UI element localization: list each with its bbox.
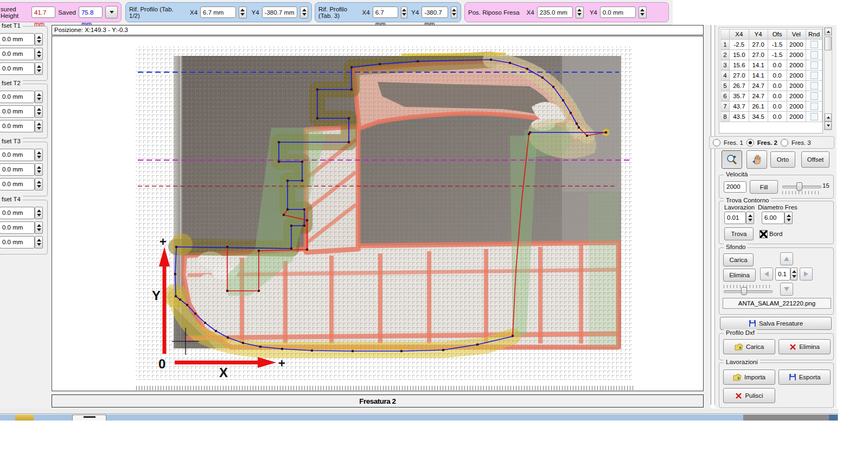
rnd-checkbox[interactable] — [810, 103, 818, 110]
cell-ofs[interactable]: 0.0 — [768, 101, 787, 112]
fres1-label[interactable]: Fres. 1 — [724, 139, 743, 146]
cell-rnd[interactable] — [806, 112, 822, 122]
cell-vel[interactable]: 2000 — [787, 71, 806, 81]
dxf-carica-button[interactable]: Carica — [723, 339, 775, 354]
rnd-checkbox[interactable] — [810, 82, 818, 90]
lavorazion-input[interactable]: 0.01 — [724, 212, 746, 224]
rif3-y4-spinner[interactable] — [451, 7, 457, 18]
fres2-label[interactable]: Fres. 2 — [757, 139, 777, 146]
velocita-input[interactable]: 2000 — [724, 181, 746, 193]
col-rnd[interactable]: Rnd — [806, 29, 822, 40]
offset-input[interactable]: 0.0 mm — [0, 91, 35, 103]
bord-checkbox[interactable] — [760, 230, 768, 238]
rnd-checkbox[interactable] — [810, 41, 818, 48]
cell-ofs[interactable]: -1.5 — [768, 50, 787, 60]
offset-button[interactable]: Offset — [801, 151, 829, 168]
row-number[interactable]: 7 — [721, 101, 730, 112]
cell-vel[interactable]: 2000 — [787, 81, 806, 91]
esporta-button[interactable]: Esporta — [778, 370, 831, 385]
cell-vel[interactable]: 2000 — [787, 40, 806, 50]
rif12-x4-spinner[interactable] — [239, 7, 247, 18]
riposo-x4-spinner[interactable] — [576, 7, 584, 18]
milling-canvas[interactable]: Y 0 X + + — [52, 36, 704, 391]
cell-ofs[interactable]: 0.0 — [768, 60, 787, 71]
sfondo-slider-thumb[interactable] — [741, 287, 747, 295]
fres3-label[interactable]: Fres. 3 — [792, 139, 811, 146]
offset-spinner[interactable] — [35, 163, 43, 176]
offset-spinner[interactable] — [35, 120, 43, 132]
rif12-y4-input[interactable]: -380.7 mm — [262, 7, 298, 18]
pulisci-button[interactable]: Pulisci — [723, 388, 775, 403]
offset-spinner[interactable] — [35, 221, 43, 234]
offset-spinner[interactable] — [35, 105, 43, 118]
cell-ofs[interactable]: 0.0 — [768, 81, 787, 91]
taskbar[interactable] — [0, 415, 838, 421]
bord-label[interactable]: Bord — [769, 231, 782, 237]
taskbar-app-icon[interactable] — [15, 415, 34, 421]
cell-x4[interactable]: 43.7 — [730, 101, 749, 112]
col-vel[interactable]: Vel — [787, 29, 806, 40]
scroll-up2-button[interactable] — [825, 113, 832, 122]
sfondo-slider[interactable] — [724, 290, 773, 293]
zoom-tool-button[interactable]: ± — [722, 150, 742, 169]
table-row[interactable]: 8 43.5 34.5 0.0 2000 — [721, 112, 822, 122]
col-ofs[interactable]: Ofs — [768, 29, 787, 40]
measured-height-value[interactable]: 41.7 mm — [31, 7, 55, 18]
rnd-checkbox[interactable] — [810, 51, 818, 59]
dxf-elimina-button[interactable]: Elimina — [778, 339, 831, 354]
rnd-checkbox[interactable] — [810, 72, 818, 79]
nudge-step-spinner[interactable] — [790, 268, 797, 281]
offset-spinner[interactable] — [35, 33, 43, 46]
riposo-x4-input[interactable]: 235.0 mm — [537, 7, 573, 18]
offset-input[interactable]: 0.0 mm — [0, 178, 35, 190]
cell-rnd[interactable] — [806, 60, 822, 71]
row-number[interactable]: 6 — [721, 91, 730, 101]
taskbar-show-desktop[interactable] — [829, 415, 838, 421]
orto-button[interactable]: Orto — [770, 151, 795, 168]
offset-input[interactable]: 0.0 mm — [0, 149, 35, 161]
offset-input[interactable]: 0.0 mm — [0, 105, 35, 118]
offset-input[interactable]: 0.0 mm — [0, 120, 35, 132]
importa-button[interactable]: Importa — [723, 370, 775, 385]
taskbar-window-button[interactable] — [72, 415, 106, 421]
cell-x4[interactable]: 43.5 — [730, 112, 749, 122]
cell-vel[interactable]: 2000 — [787, 91, 806, 101]
cell-x4[interactable]: 26.7 — [730, 81, 749, 91]
nudge-left-button[interactable] — [760, 268, 773, 281]
cell-y4[interactable]: 24.7 — [749, 81, 768, 91]
cell-ofs[interactable]: 0.0 — [768, 91, 787, 101]
rif3-x4-input[interactable]: 6.7 mm — [373, 7, 399, 18]
row-number[interactable]: 8 — [721, 112, 730, 122]
diametro-input[interactable]: 6.00 — [762, 212, 784, 224]
table-row[interactable]: 4 27.0 14.1 0.0 2000 — [721, 71, 822, 81]
cell-ofs[interactable]: 0.0 — [768, 71, 787, 81]
nudge-up-button[interactable] — [780, 252, 793, 265]
row-number[interactable]: 5 — [721, 81, 730, 91]
saved-height-value[interactable]: 75.8 mm — [79, 7, 103, 18]
height-dropdown-button[interactable] — [105, 6, 118, 18]
scroll-down-button[interactable] — [825, 122, 832, 130]
offset-input[interactable]: 0.0 mm — [0, 33, 35, 46]
row-number[interactable]: 2 — [721, 50, 730, 60]
offset-input[interactable]: 0.0 mm — [0, 236, 35, 249]
riposo-y4-input[interactable]: 0.0 mm — [600, 7, 636, 18]
points-table[interactable]: X4 Y4 Ofs Vel Rnd 1 -2.5 27.0 -1.5 2000 … — [720, 29, 822, 122]
salva-fresature-button[interactable]: Salva Fresature — [720, 317, 832, 330]
lavorazion-spinner[interactable] — [746, 212, 754, 224]
table-scrollbar[interactable] — [824, 27, 832, 130]
row-number[interactable]: 1 — [721, 40, 730, 50]
cell-x4[interactable]: 35.7 — [730, 91, 749, 101]
offset-spinner[interactable] — [35, 62, 43, 75]
table-row[interactable]: 6 35.7 24.7 0.0 2000 — [721, 91, 822, 101]
pan-tool-button[interactable] — [746, 150, 767, 169]
offset-spinner[interactable] — [35, 207, 43, 219]
cell-x4[interactable]: -2.5 — [730, 40, 749, 50]
cell-y4[interactable]: 34.5 — [749, 112, 768, 122]
rnd-checkbox[interactable] — [810, 92, 818, 100]
cell-y4[interactable]: 27.0 — [749, 50, 768, 60]
nudge-down-button[interactable] — [780, 283, 793, 296]
fill-button[interactable]: Fill — [750, 180, 778, 194]
trova-button[interactable]: Trova — [724, 227, 754, 240]
cell-y4[interactable]: 14.1 — [749, 71, 768, 81]
fres2-radio[interactable] — [746, 139, 754, 147]
